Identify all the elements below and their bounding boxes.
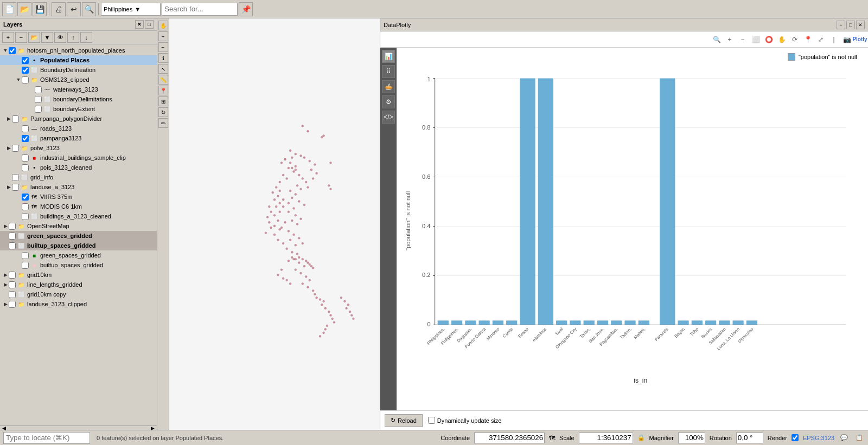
boundary-delineation-check[interactable] bbox=[22, 67, 29, 74]
layer-pofw[interactable]: ▶ 📁 pofw_3123 bbox=[0, 143, 157, 153]
pofw-check[interactable] bbox=[12, 145, 19, 152]
layer-green-spaces[interactable]: ■ green_spaces_gridded bbox=[0, 250, 157, 260]
pois-check[interactable] bbox=[22, 164, 29, 171]
magnifier-input[interactable] bbox=[678, 433, 705, 443]
boundary-delims-check[interactable] bbox=[35, 96, 42, 103]
dynamic-update-checkbox[interactable] bbox=[428, 417, 435, 424]
plotly-code-icon[interactable]: </> bbox=[382, 111, 395, 124]
up-btn[interactable]: ↑ bbox=[67, 32, 79, 43]
layer-grid10km-copy[interactable]: ⬜ grid10km copy bbox=[0, 289, 157, 299]
line-lengths-check[interactable] bbox=[9, 281, 16, 288]
pampanga3123-check[interactable] bbox=[22, 135, 29, 142]
eye-btn[interactable]: 👁 bbox=[54, 32, 66, 43]
pan-chart-icon[interactable]: ✋ bbox=[776, 34, 788, 46]
dataplotly-min-btn[interactable]: − bbox=[837, 21, 845, 29]
layer-osm[interactable]: ▶ 📁 OpenStreetMap bbox=[0, 221, 157, 231]
layer-buildings-a[interactable]: ⬜ buildings_a_3123_cleaned bbox=[0, 211, 157, 221]
filter-layer-btn[interactable]: ▼ bbox=[41, 32, 53, 43]
scale-input[interactable] bbox=[579, 433, 633, 443]
roads-check[interactable] bbox=[22, 125, 29, 132]
plotly-pie-icon[interactable]: 🥧 bbox=[382, 80, 395, 93]
layer-boundary-delineation[interactable]: ⬜ BoundaryDelineation bbox=[0, 65, 157, 75]
green-spaces-check[interactable] bbox=[22, 252, 29, 259]
osm-check[interactable] bbox=[9, 223, 16, 230]
search-input[interactable] bbox=[162, 3, 238, 16]
down-btn[interactable]: ↓ bbox=[80, 32, 92, 43]
scroll-right[interactable]: ▶ bbox=[151, 425, 155, 431]
zoom-icon[interactable]: 🔍 bbox=[711, 34, 723, 46]
modis-check[interactable] bbox=[22, 203, 29, 210]
location-tool[interactable]: 📍 bbox=[158, 86, 168, 95]
map-canvas[interactable] bbox=[169, 18, 380, 430]
osm3123-check[interactable] bbox=[22, 76, 29, 83]
dataplotly-max-btn[interactable]: □ bbox=[846, 21, 855, 29]
select-lasso-icon[interactable]: ⭕ bbox=[763, 34, 775, 46]
layer-landuse-clipped[interactable]: ▶ 📁 landuse_3123_clipped bbox=[0, 299, 157, 309]
waterways-check[interactable] bbox=[35, 86, 42, 93]
layer-pampanga3123[interactable]: ⬜ pampanga3123 bbox=[0, 133, 157, 143]
render-checkbox[interactable] bbox=[792, 434, 799, 441]
layer-viirs[interactable]: 🗺 VIIRS 375m bbox=[0, 192, 157, 202]
locate-input[interactable] bbox=[3, 432, 90, 444]
select-rect-icon[interactable]: ⬜ bbox=[750, 34, 762, 46]
panel-close-btn[interactable]: ✕ bbox=[135, 20, 144, 29]
layer-osm3123[interactable]: ▼ 📁 OSM3123_clipped bbox=[0, 75, 157, 85]
rotation-input[interactable] bbox=[736, 433, 763, 443]
rotate-tool[interactable]: ↻ bbox=[158, 107, 168, 117]
populated-places-check[interactable] bbox=[22, 57, 29, 64]
zoom-in-tool[interactable]: + bbox=[158, 31, 168, 41]
identify-tool[interactable]: ℹ bbox=[158, 53, 168, 63]
layer-roads[interactable]: — roads_3123 bbox=[0, 124, 157, 133]
remove-layer-btn[interactable]: − bbox=[15, 32, 27, 43]
select-tool[interactable]: ↖ bbox=[158, 64, 168, 74]
landuse-clipped-check[interactable] bbox=[9, 301, 16, 308]
dynamic-update-label[interactable]: Dynamically update size bbox=[428, 417, 502, 424]
layer-modis[interactable]: 🗺 MODIS C6 1km bbox=[0, 202, 157, 211]
buildings-a-check[interactable] bbox=[22, 213, 29, 220]
layer-boundary-extent[interactable]: ⬜ boundaryExtent bbox=[0, 104, 157, 114]
grid10km-check[interactable] bbox=[9, 272, 16, 279]
layer-grid10km[interactable]: ▶ 📁 grid10km bbox=[0, 270, 157, 280]
panel-float-btn[interactable]: □ bbox=[145, 20, 154, 29]
zoom-out-icon[interactable]: − bbox=[737, 34, 749, 46]
save-btn[interactable]: 💾 bbox=[33, 2, 47, 16]
layer-hotosm[interactable]: ▼ 📁 hotosm_phl_north_populated_places bbox=[0, 46, 157, 55]
print-btn[interactable]: 🖨 bbox=[52, 2, 66, 16]
boundary-extent-check[interactable] bbox=[35, 106, 42, 113]
search-btn[interactable]: 🔍 bbox=[82, 2, 96, 16]
layer-builtup-bold[interactable]: ⬜ builtup_spaces_gridded bbox=[0, 241, 157, 250]
show-closest-icon[interactable]: 📍 bbox=[802, 34, 814, 46]
coordinate-input[interactable] bbox=[474, 433, 545, 443]
plotly-settings-icon[interactable]: ⚙ bbox=[382, 95, 395, 108]
layer-landuse[interactable]: ▶ 📁 landuse_a_3123 bbox=[0, 182, 157, 192]
messages-icon[interactable]: 💬 bbox=[839, 433, 850, 443]
pampanga-poly-check[interactable] bbox=[12, 115, 19, 122]
spike-icon[interactable]: | bbox=[828, 34, 840, 46]
layer-grid-info[interactable]: ⬜ grid_info bbox=[0, 172, 157, 182]
open-layer-btn[interactable]: 📂 bbox=[28, 32, 40, 43]
plotly-scatter-icon[interactable]: ⠿ bbox=[382, 65, 395, 78]
zoom-out-tool[interactable]: − bbox=[158, 42, 168, 52]
scroll-left[interactable]: ◀ bbox=[2, 425, 6, 431]
layer-pampanga-poly[interactable]: ▶ 📁 Pampanga_polygonDivider bbox=[0, 114, 157, 124]
zoom-in-icon[interactable]: + bbox=[724, 34, 736, 46]
layer-boundary-delims[interactable]: ⬜ boundaryDelimitations bbox=[0, 94, 157, 104]
region-dropdown[interactable]: Philippines ▼ bbox=[101, 3, 161, 16]
dataplotly-close-btn[interactable]: ✕ bbox=[856, 21, 865, 29]
pan-tool[interactable]: ✋ bbox=[158, 21, 168, 30]
measure-tool[interactable]: 📏 bbox=[158, 75, 168, 85]
compare-icon[interactable]: ⤢ bbox=[815, 34, 827, 46]
layer-green-spaces-bold[interactable]: ⬜ green_spaces_gridded bbox=[0, 231, 157, 241]
edit-tool[interactable]: ✏ bbox=[158, 118, 168, 128]
layer-industrial[interactable]: ■ industrial_buildings_sample_clip bbox=[0, 153, 157, 163]
download-icon[interactable]: 📷 bbox=[841, 34, 853, 46]
builtup-bold-check[interactable] bbox=[9, 242, 16, 249]
layer-builtup[interactable]: ■ builtup_spaces_gridded bbox=[0, 260, 157, 270]
landuse-check[interactable] bbox=[12, 184, 19, 191]
green-spaces-bold-check[interactable] bbox=[9, 233, 16, 240]
plotly-bar-icon[interactable]: 📊 bbox=[382, 50, 395, 63]
grid-tool[interactable]: ⊞ bbox=[158, 96, 168, 106]
industrial-check[interactable] bbox=[22, 154, 29, 162]
reload-button[interactable]: ↻ Reload bbox=[385, 414, 423, 427]
layer-populated-places[interactable]: • Populated Places bbox=[0, 55, 157, 65]
